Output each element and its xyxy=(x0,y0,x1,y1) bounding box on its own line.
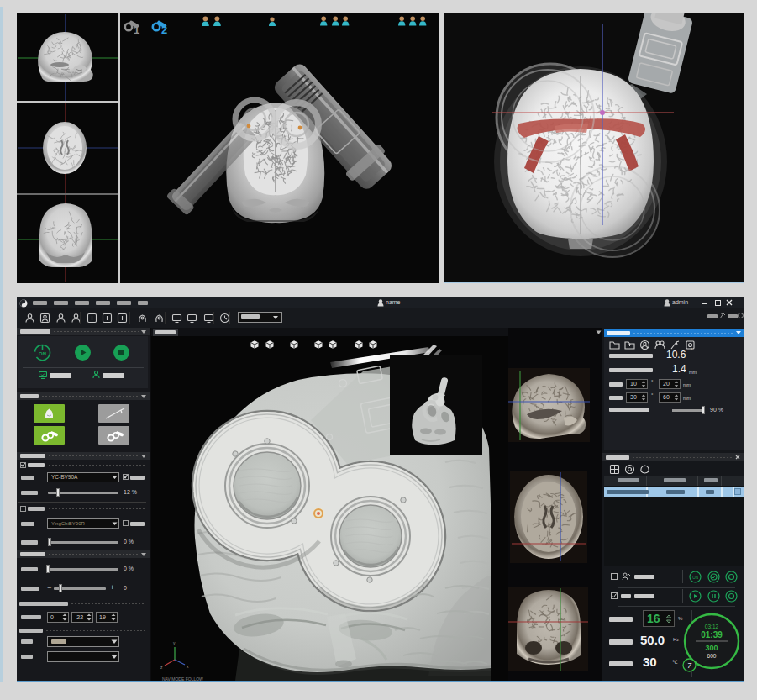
svg-text:1: 1 xyxy=(134,24,139,36)
svg-text:y: y xyxy=(173,640,176,645)
svg-text:z: z xyxy=(160,665,163,670)
svg-text:300: 300 xyxy=(705,644,718,652)
svg-text:x: x xyxy=(187,664,189,669)
svg-text:600: 600 xyxy=(707,653,717,659)
svg-text:ON: ON xyxy=(692,576,698,580)
svg-text:01:39: 01:39 xyxy=(701,630,723,639)
svg-text:03:12: 03:12 xyxy=(705,624,719,629)
svg-text:2: 2 xyxy=(161,24,167,36)
svg-text:ON: ON xyxy=(39,351,46,356)
